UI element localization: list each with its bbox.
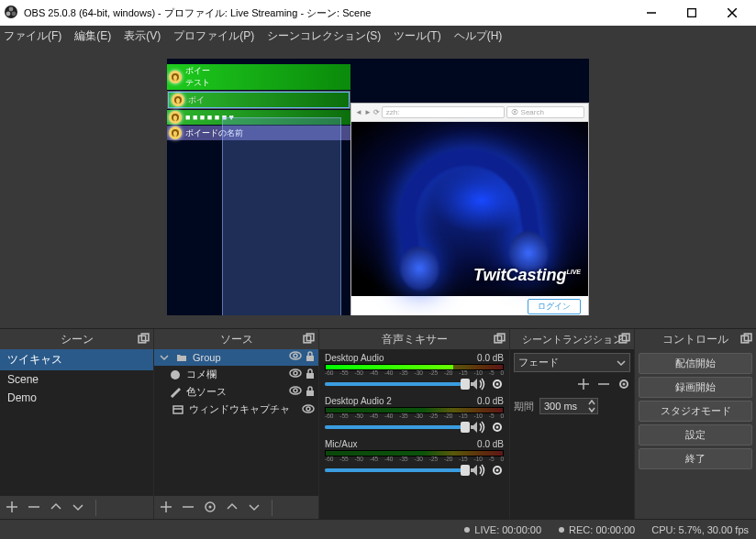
- volume-slider[interactable]: [325, 468, 465, 472]
- scene-item[interactable]: Demo: [0, 389, 153, 407]
- volume-slider[interactable]: [325, 425, 465, 429]
- menu-edit[interactable]: 編集(E): [74, 28, 111, 44]
- audio-meter: [325, 450, 504, 456]
- remove-button[interactable]: [182, 500, 195, 515]
- menu-view[interactable]: 表示(V): [124, 28, 161, 44]
- popout-icon[interactable]: [494, 333, 506, 345]
- transition-settings-button[interactable]: [617, 378, 630, 392]
- menu-bar: ファイル(F) 編集(E) 表示(V) プロファイル(P) シーンコレクション(…: [0, 26, 756, 46]
- exit-button[interactable]: 終了: [639, 448, 752, 469]
- add-button[interactable]: [6, 500, 18, 515]
- svg-point-3: [12, 12, 17, 16]
- channel-settings-button[interactable]: [491, 378, 504, 390]
- channel-name: Desktop Audio 2: [325, 396, 392, 406]
- popout-icon[interactable]: [138, 333, 150, 345]
- app-icon: [4, 5, 18, 21]
- menu-profile[interactable]: プロファイル(P): [173, 28, 254, 44]
- sources-title: ソース: [220, 333, 253, 346]
- channel-db: 0.0 dB: [477, 439, 504, 449]
- spin-up-button[interactable]: [586, 399, 597, 406]
- add-transition-button[interactable]: [577, 378, 590, 392]
- remove-transition-button[interactable]: [597, 378, 610, 392]
- duration-spinner[interactable]: [539, 398, 598, 414]
- spin-down-button[interactable]: [586, 406, 597, 413]
- docks: シーン ツイキャス Scene Demo ソース Group: [0, 328, 756, 519]
- svg-point-19: [290, 369, 301, 377]
- svg-point-23: [294, 389, 297, 392]
- close-button[interactable]: [712, 0, 752, 26]
- lock-icon[interactable]: [306, 386, 315, 399]
- menu-help[interactable]: ヘルプ(H): [454, 28, 503, 44]
- expand-icon[interactable]: [158, 353, 171, 362]
- volume-slider[interactable]: [325, 382, 465, 386]
- svg-point-48: [623, 383, 626, 386]
- transitions-panel: シーントランジション フェード 期間: [510, 329, 635, 519]
- menu-file[interactable]: ファイル(F): [4, 28, 61, 44]
- channel-settings-button[interactable]: [491, 464, 504, 477]
- controls-panel: コントロール 配信開始 録画開始 スタジオモード 設定 終了: [635, 329, 756, 519]
- mixer-channel: Desktop Audio 20.0 dB -60-55-50-45-40-35…: [325, 396, 504, 437]
- svg-point-1: [9, 7, 14, 12]
- preview-area[interactable]: ボイーテスト ボイ ■ ■ ■ ■ ■ ■ ♥ ボイードの名前 ◄►⟳ zzh:…: [0, 46, 756, 328]
- folder-icon: [175, 352, 188, 363]
- svg-point-52: [559, 527, 564, 533]
- start-recording-button[interactable]: 録画開始: [639, 377, 752, 398]
- scenes-panel: シーン ツイキャス Scene Demo: [0, 329, 154, 519]
- channel-settings-button[interactable]: [491, 421, 504, 434]
- svg-rect-5: [688, 9, 696, 17]
- selection-overlay[interactable]: [222, 117, 341, 315]
- move-up-button[interactable]: [226, 500, 239, 515]
- transition-select[interactable]: フェード: [514, 353, 630, 372]
- remove-button[interactable]: [28, 500, 40, 515]
- minimize-button[interactable]: [631, 0, 672, 26]
- scene-item[interactable]: ツイキャス: [0, 349, 153, 370]
- sources-list[interactable]: Group コメ欄 色ソース ウィンドウキャプチャ: [154, 349, 318, 495]
- properties-button[interactable]: [204, 500, 217, 515]
- duration-input[interactable]: [540, 399, 586, 413]
- svg-point-15: [290, 352, 301, 359]
- sources-panel: ソース Group コメ欄 色ソース ウィ: [154, 329, 319, 519]
- source-item[interactable]: コメ欄: [154, 366, 318, 383]
- menu-tools[interactable]: ツール(T): [394, 28, 440, 44]
- maximize-button[interactable]: [672, 0, 712, 26]
- speaker-icon[interactable]: [470, 421, 486, 434]
- audio-meter: [325, 407, 504, 413]
- move-up-button[interactable]: [50, 500, 62, 515]
- source-item[interactable]: ウィンドウキャプチャ: [154, 401, 318, 418]
- visibility-icon[interactable]: [289, 351, 302, 364]
- lock-icon[interactable]: [306, 368, 315, 381]
- svg-point-28: [306, 407, 310, 411]
- svg-point-2: [6, 12, 11, 16]
- speaker-icon[interactable]: [470, 378, 486, 390]
- add-button[interactable]: [160, 500, 172, 515]
- visibility-icon[interactable]: [302, 404, 315, 415]
- scenes-toolbar: [0, 495, 153, 519]
- svg-point-18: [171, 370, 180, 380]
- window-icon: [172, 404, 184, 415]
- source-item[interactable]: Group: [154, 349, 318, 366]
- move-down-button[interactable]: [248, 500, 261, 515]
- channel-db: 0.0 dB: [477, 353, 504, 363]
- chevron-down-icon: [617, 359, 626, 367]
- start-streaming-button[interactable]: 配信開始: [639, 353, 752, 374]
- svg-point-51: [464, 527, 470, 533]
- popout-icon[interactable]: [740, 333, 752, 345]
- preview-canvas[interactable]: ボイーテスト ボイ ■ ■ ■ ■ ■ ■ ♥ ボイードの名前 ◄►⟳ zzh:…: [167, 59, 589, 315]
- settings-button[interactable]: 設定: [639, 424, 752, 446]
- mixer-channel: Mic/Aux0.0 dB -60-55-50-45-40-35-30-25-2…: [325, 439, 504, 480]
- lock-icon[interactable]: [306, 351, 315, 364]
- scene-item[interactable]: Scene: [0, 370, 153, 389]
- scenes-list[interactable]: ツイキャス Scene Demo: [0, 349, 153, 495]
- studio-mode-button[interactable]: スタジオモード: [639, 401, 752, 422]
- visibility-icon[interactable]: [289, 368, 302, 381]
- rec-status: REC: 00:00:00: [569, 524, 635, 535]
- speaker-icon[interactable]: [470, 464, 486, 477]
- window-titlebar: OBS 25.0.8 (64-bit, windows) - プロファイル: L…: [0, 0, 756, 26]
- popout-icon[interactable]: [303, 333, 315, 345]
- move-down-button[interactable]: [72, 500, 84, 515]
- source-item[interactable]: 色ソース: [154, 383, 318, 401]
- popout-icon[interactable]: [618, 333, 630, 345]
- menu-scene-collection[interactable]: シーンコレクション(S): [267, 28, 381, 44]
- visibility-icon[interactable]: [289, 386, 302, 399]
- svg-rect-21: [306, 373, 314, 379]
